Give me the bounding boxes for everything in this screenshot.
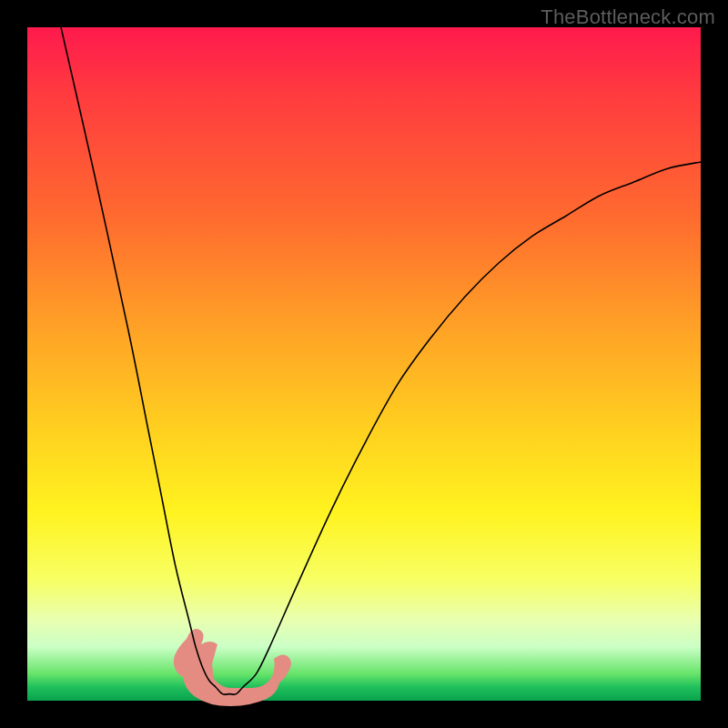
- curves-svg: [27, 27, 701, 701]
- attribution-label: TheBottleneck.com: [541, 5, 715, 29]
- bottleneck-curve: [61, 27, 701, 694]
- chart-frame: TheBottleneck.com: [0, 0, 728, 728]
- plot-area: [27, 27, 701, 701]
